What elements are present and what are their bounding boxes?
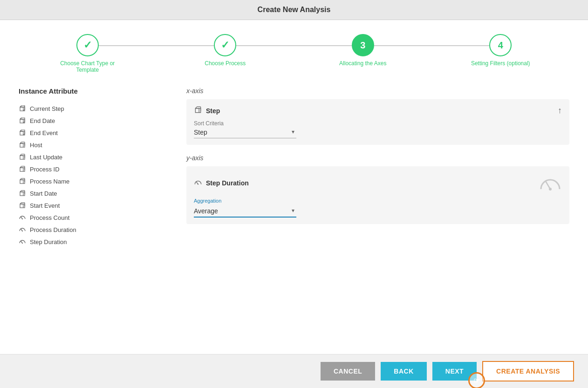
- next-button[interactable]: NEXT ☞: [432, 362, 477, 381]
- attribute-name: End Event: [30, 129, 58, 136]
- svg-rect-13: [20, 143, 25, 147]
- sort-up-button[interactable]: ↑: [558, 106, 562, 116]
- attribute-name: Process Duration: [30, 226, 76, 233]
- list-item[interactable]: Process Name: [19, 175, 168, 187]
- step-1-circle: ✓: [76, 34, 99, 56]
- attribute-name: Start Date: [30, 190, 57, 197]
- y-axis-label: y-axis: [186, 154, 569, 162]
- back-button[interactable]: BACK: [381, 362, 426, 381]
- x-axis-card: Step ↑ Sort Criteria Step Ascending Desc…: [186, 99, 569, 145]
- cube-icon: [19, 141, 26, 149]
- sort-select[interactable]: Step Ascending Descending: [194, 127, 296, 138]
- gauge-icon: [194, 178, 202, 188]
- attribute-name: Host: [30, 142, 42, 149]
- svg-rect-52: [195, 109, 200, 113]
- attribute-name: End Date: [30, 117, 55, 124]
- step-3-label: Allocating the Axes: [339, 60, 386, 67]
- cancel-button[interactable]: CANCEL: [321, 362, 375, 381]
- svg-rect-25: [20, 168, 25, 171]
- list-item[interactable]: Step Duration: [19, 236, 168, 248]
- cube-icon: [19, 153, 26, 161]
- main-content: ✓ Choose Chart Type or Template ✓ Choose…: [0, 20, 588, 354]
- cube-icon: [19, 129, 26, 136]
- gauge-large-icon: [539, 173, 562, 193]
- list-item[interactable]: Current Step: [19, 102, 168, 115]
- attribute-name: Last Update: [30, 154, 62, 161]
- gauge-icon: [19, 226, 26, 233]
- x-axis-title: Step: [194, 106, 220, 116]
- list-item[interactable]: Process ID: [19, 163, 168, 175]
- gauge-icon: [19, 214, 26, 221]
- step-2-circle: ✓: [214, 34, 236, 56]
- list-item[interactable]: Start Date: [19, 187, 168, 199]
- svg-rect-37: [20, 192, 25, 196]
- x-axis-label: x-axis: [186, 87, 569, 95]
- cube-icon: [19, 117, 26, 124]
- step-3-circle: 3: [352, 34, 374, 56]
- agg-select-wrapper: Average Sum Min Max Count: [194, 205, 296, 218]
- svg-rect-43: [20, 204, 25, 208]
- step-4-label: Setting Filters (optional): [471, 60, 530, 67]
- x-axis-header: Step ↑: [194, 106, 562, 116]
- y-axis-header: Step Duration: [194, 173, 562, 193]
- sort-criteria-label: Sort Criteria: [194, 120, 562, 127]
- step-2-label: Choose Process: [205, 60, 246, 67]
- list-item[interactable]: End Date: [19, 115, 168, 127]
- list-item[interactable]: Process Duration: [19, 224, 168, 236]
- step-1[interactable]: ✓ Choose Chart Type or Template: [19, 34, 157, 73]
- svg-point-59: [549, 188, 552, 191]
- attribute-name: Current Step: [30, 105, 64, 112]
- list-item[interactable]: Start Event: [19, 199, 168, 211]
- attribute-name: Process Name: [30, 178, 69, 185]
- attribute-name: Process Count: [30, 214, 69, 221]
- attribute-name: Step Duration: [30, 238, 67, 245]
- step-4-number: 4: [498, 40, 503, 51]
- gauge-icon: [19, 238, 26, 245]
- svg-point-58: [198, 184, 198, 184]
- list-item[interactable]: Last Update: [19, 151, 168, 163]
- svg-rect-31: [20, 180, 25, 184]
- svg-point-50: [22, 231, 23, 231]
- list-item[interactable]: Process Count: [19, 211, 168, 224]
- step-2[interactable]: ✓ Choose Process: [157, 34, 294, 67]
- body-layout: Instance Attribute Current: [19, 87, 569, 354]
- attribute-name: Process ID: [30, 166, 60, 173]
- attribute-name: Start Event: [30, 202, 60, 209]
- y-axis-title: Step Duration: [194, 178, 249, 188]
- svg-point-51: [22, 243, 23, 244]
- cube-icon: [194, 106, 202, 116]
- left-panel: Instance Attribute Current: [19, 87, 168, 354]
- list-item[interactable]: End Event: [19, 127, 168, 139]
- svg-rect-19: [20, 156, 25, 159]
- svg-point-49: [22, 218, 23, 219]
- list-item[interactable]: Host: [19, 139, 168, 151]
- step-3[interactable]: 3 Allocating the Axes: [294, 34, 432, 67]
- y-axis-card: Step Duration Aggregation Average: [186, 166, 569, 224]
- cube-icon: [19, 202, 26, 209]
- stepper: ✓ Choose Chart Type or Template ✓ Choose…: [19, 34, 569, 73]
- sort-select-wrapper: Step Ascending Descending: [194, 127, 296, 138]
- step-1-check: ✓: [83, 39, 92, 51]
- step-4-circle: 4: [489, 34, 512, 56]
- aggregation-select[interactable]: Average Sum Min Max Count: [194, 205, 296, 218]
- step-3-number: 3: [360, 40, 365, 51]
- attribute-list: Current Step End Date: [19, 102, 168, 248]
- right-panel: x-axis: [186, 87, 569, 354]
- aggregation-label: Aggregation: [194, 198, 562, 204]
- cube-icon: [19, 190, 26, 197]
- cube-icon: [19, 105, 26, 112]
- footer: CANCEL BACK NEXT ☞ CREATE ANALYSIS: [0, 354, 588, 388]
- cube-icon: [19, 165, 26, 173]
- dialog-title: Create New Analysis: [0, 0, 588, 20]
- cube-icon: [19, 177, 26, 185]
- step-1-label: Choose Chart Type or Template: [55, 60, 120, 73]
- step-4[interactable]: 4 Setting Filters (optional): [432, 34, 570, 67]
- panel-title: Instance Attribute: [19, 87, 168, 95]
- step-2-check: ✓: [221, 39, 229, 51]
- create-analysis-button[interactable]: CREATE ANALYSIS: [482, 361, 574, 381]
